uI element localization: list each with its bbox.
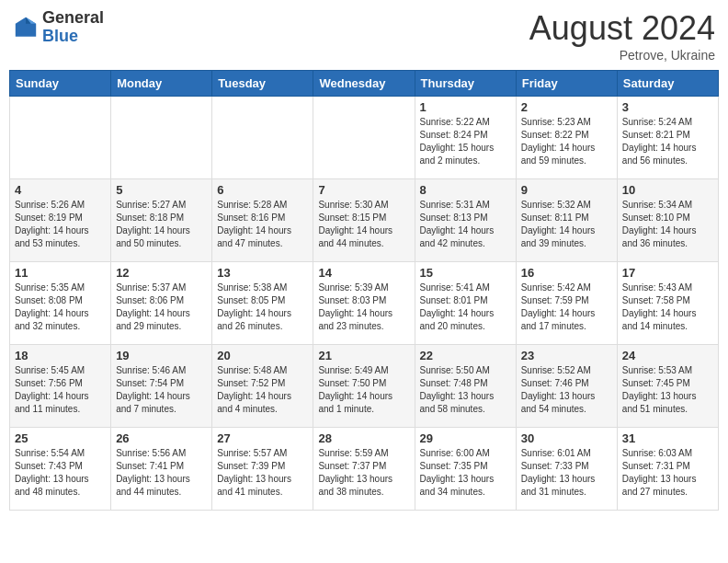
day-info: Sunrise: 5:52 AM Sunset: 7:46 PM Dayligh… — [521, 364, 612, 416]
day-info: Sunrise: 5:45 AM Sunset: 7:56 PM Dayligh… — [15, 364, 106, 416]
calendar-week-0: 1Sunrise: 5:22 AM Sunset: 8:24 PM Daylig… — [10, 97, 719, 179]
calendar-cell-w0d2 — [212, 97, 313, 179]
day-info: Sunrise: 5:28 AM Sunset: 8:16 PM Dayligh… — [217, 199, 308, 250]
calendar-header: SundayMondayTuesdayWednesdayThursdayFrid… — [10, 71, 719, 97]
logo: General Blue — [13, 9, 104, 46]
day-number: 22 — [420, 349, 511, 362]
calendar-cell-w1d0: 4Sunrise: 5:26 AM Sunset: 8:19 PM Daylig… — [10, 179, 111, 262]
day-number: 24 — [622, 349, 713, 362]
calendar-cell-w0d3 — [313, 97, 415, 179]
weekday-header-saturday: Saturday — [617, 71, 718, 97]
day-number: 10 — [622, 183, 713, 197]
day-number: 27 — [217, 431, 308, 445]
day-info: Sunrise: 5:49 AM Sunset: 7:50 PM Dayligh… — [318, 364, 409, 416]
day-number: 2 — [521, 100, 612, 114]
title-block: August 2024 Petrove, Ukraine — [529, 9, 715, 63]
calendar-week-1: 4Sunrise: 5:26 AM Sunset: 8:19 PM Daylig… — [10, 179, 719, 262]
calendar-cell-w3d0: 18Sunrise: 5:45 AM Sunset: 7:56 PM Dayli… — [10, 345, 111, 428]
day-info: Sunrise: 5:35 AM Sunset: 8:08 PM Dayligh… — [15, 282, 106, 333]
day-number: 31 — [622, 431, 713, 445]
day-info: Sunrise: 5:39 AM Sunset: 8:03 PM Dayligh… — [318, 282, 409, 333]
weekday-header-wednesday: Wednesday — [313, 71, 415, 97]
day-info: Sunrise: 5:24 AM Sunset: 8:21 PM Dayligh… — [622, 116, 713, 167]
day-number: 23 — [521, 349, 612, 362]
weekday-header-monday: Monday — [111, 71, 212, 97]
month-title: August 2024 — [529, 9, 715, 48]
weekday-header-friday: Friday — [516, 71, 617, 97]
calendar-cell-w2d0: 11Sunrise: 5:35 AM Sunset: 8:08 PM Dayli… — [10, 262, 111, 345]
calendar-cell-w3d6: 24Sunrise: 5:53 AM Sunset: 7:45 PM Dayli… — [617, 345, 718, 428]
day-number: 25 — [15, 431, 106, 445]
day-number: 29 — [420, 431, 511, 445]
calendar-cell-w2d3: 14Sunrise: 5:39 AM Sunset: 8:03 PM Dayli… — [313, 262, 415, 345]
page-header: General Blue August 2024 Petrove, Ukrain… — [9, 9, 719, 63]
day-info: Sunrise: 5:22 AM Sunset: 8:24 PM Dayligh… — [420, 116, 511, 167]
day-info: Sunrise: 6:00 AM Sunset: 7:35 PM Dayligh… — [420, 447, 511, 499]
day-number: 20 — [217, 349, 308, 362]
calendar-week-2: 11Sunrise: 5:35 AM Sunset: 8:08 PM Dayli… — [10, 262, 719, 345]
logo-general-text: General — [42, 9, 104, 28]
weekday-row: SundayMondayTuesdayWednesdayThursdayFrid… — [10, 71, 719, 97]
day-info: Sunrise: 5:32 AM Sunset: 8:11 PM Dayligh… — [521, 199, 612, 250]
calendar-cell-w0d4: 1Sunrise: 5:22 AM Sunset: 8:24 PM Daylig… — [415, 97, 516, 179]
calendar-cell-w1d5: 9Sunrise: 5:32 AM Sunset: 8:11 PM Daylig… — [516, 179, 617, 262]
calendar-cell-w1d6: 10Sunrise: 5:34 AM Sunset: 8:10 PM Dayli… — [617, 179, 718, 262]
logo-blue-text: Blue — [42, 28, 104, 46]
calendar-cell-w3d2: 20Sunrise: 5:48 AM Sunset: 7:52 PM Dayli… — [212, 345, 313, 428]
day-info: Sunrise: 5:56 AM Sunset: 7:41 PM Dayligh… — [116, 447, 207, 499]
calendar-cell-w3d5: 23Sunrise: 5:52 AM Sunset: 7:46 PM Dayli… — [516, 345, 617, 428]
day-number: 19 — [116, 349, 207, 362]
day-number: 21 — [318, 349, 409, 362]
day-info: Sunrise: 5:50 AM Sunset: 7:48 PM Dayligh… — [420, 364, 511, 416]
day-info: Sunrise: 6:03 AM Sunset: 7:31 PM Dayligh… — [622, 447, 713, 499]
calendar-cell-w4d1: 26Sunrise: 5:56 AM Sunset: 7:41 PM Dayli… — [111, 428, 212, 511]
logo-icon — [13, 15, 39, 40]
calendar-cell-w1d1: 5Sunrise: 5:27 AM Sunset: 8:18 PM Daylig… — [111, 179, 212, 262]
day-number: 5 — [116, 183, 207, 197]
day-number: 6 — [217, 183, 308, 197]
weekday-header-thursday: Thursday — [415, 71, 516, 97]
calendar-cell-w4d0: 25Sunrise: 5:54 AM Sunset: 7:43 PM Dayli… — [10, 428, 111, 511]
day-number: 9 — [521, 183, 612, 197]
calendar-cell-w3d4: 22Sunrise: 5:50 AM Sunset: 7:48 PM Dayli… — [415, 345, 516, 428]
day-info: Sunrise: 6:01 AM Sunset: 7:33 PM Dayligh… — [521, 447, 612, 499]
day-number: 16 — [521, 266, 612, 280]
day-number: 28 — [318, 431, 409, 445]
day-number: 14 — [318, 266, 409, 280]
day-info: Sunrise: 5:38 AM Sunset: 8:05 PM Dayligh… — [217, 282, 308, 333]
day-number: 1 — [420, 100, 511, 114]
day-number: 26 — [116, 431, 207, 445]
day-number: 15 — [420, 266, 511, 280]
day-info: Sunrise: 5:31 AM Sunset: 8:13 PM Dayligh… — [420, 199, 511, 250]
calendar-cell-w0d1 — [111, 97, 212, 179]
day-number: 4 — [15, 183, 106, 197]
day-info: Sunrise: 5:53 AM Sunset: 7:45 PM Dayligh… — [622, 364, 713, 416]
day-number: 17 — [622, 266, 713, 280]
day-info: Sunrise: 5:43 AM Sunset: 7:58 PM Dayligh… — [622, 282, 713, 333]
calendar-cell-w1d4: 8Sunrise: 5:31 AM Sunset: 8:13 PM Daylig… — [415, 179, 516, 262]
calendar-week-4: 25Sunrise: 5:54 AM Sunset: 7:43 PM Dayli… — [10, 428, 719, 511]
day-number: 13 — [217, 266, 308, 280]
calendar-cell-w1d3: 7Sunrise: 5:30 AM Sunset: 8:15 PM Daylig… — [313, 179, 415, 262]
weekday-header-tuesday: Tuesday — [212, 71, 313, 97]
location: Petrove, Ukraine — [529, 48, 715, 63]
weekday-header-sunday: Sunday — [10, 71, 111, 97]
day-info: Sunrise: 5:23 AM Sunset: 8:22 PM Dayligh… — [521, 116, 612, 167]
calendar-cell-w4d4: 29Sunrise: 6:00 AM Sunset: 7:35 PM Dayli… — [415, 428, 516, 511]
day-number: 7 — [318, 183, 409, 197]
day-number: 8 — [420, 183, 511, 197]
day-info: Sunrise: 5:34 AM Sunset: 8:10 PM Dayligh… — [622, 199, 713, 250]
day-number: 12 — [116, 266, 207, 280]
day-number: 11 — [15, 266, 106, 280]
calendar-week-3: 18Sunrise: 5:45 AM Sunset: 7:56 PM Dayli… — [10, 345, 719, 428]
calendar-cell-w3d3: 21Sunrise: 5:49 AM Sunset: 7:50 PM Dayli… — [313, 345, 415, 428]
calendar-cell-w3d1: 19Sunrise: 5:46 AM Sunset: 7:54 PM Dayli… — [111, 345, 212, 428]
day-info: Sunrise: 5:41 AM Sunset: 8:01 PM Dayligh… — [420, 282, 511, 333]
calendar-cell-w4d2: 27Sunrise: 5:57 AM Sunset: 7:39 PM Dayli… — [212, 428, 313, 511]
calendar-cell-w4d6: 31Sunrise: 6:03 AM Sunset: 7:31 PM Dayli… — [617, 428, 718, 511]
logo-text: General Blue — [42, 9, 104, 46]
calendar-cell-w2d4: 15Sunrise: 5:41 AM Sunset: 8:01 PM Dayli… — [415, 262, 516, 345]
calendar-cell-w1d2: 6Sunrise: 5:28 AM Sunset: 8:16 PM Daylig… — [212, 179, 313, 262]
day-info: Sunrise: 5:30 AM Sunset: 8:15 PM Dayligh… — [318, 199, 409, 250]
calendar-cell-w2d1: 12Sunrise: 5:37 AM Sunset: 8:06 PM Dayli… — [111, 262, 212, 345]
